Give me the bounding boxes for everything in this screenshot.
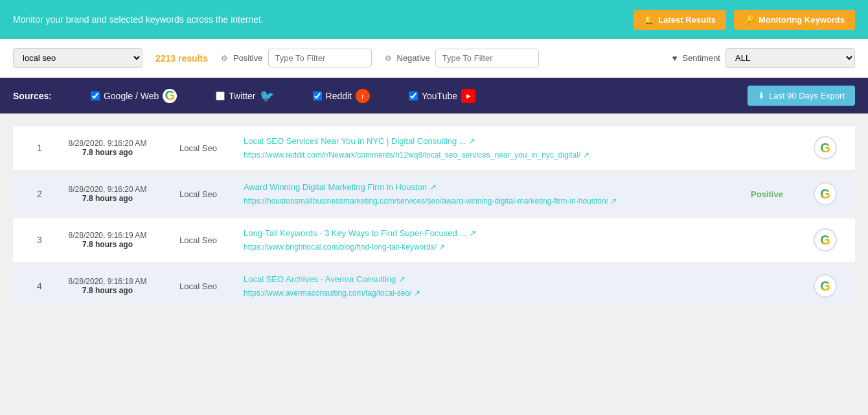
row-number: 4 <box>23 281 56 291</box>
row-sentiment: Positive <box>728 189 806 199</box>
google-source-icon: G <box>814 182 837 206</box>
source-reddit-label: Reddit <box>326 91 352 101</box>
google-icon: G <box>163 89 177 103</box>
row-source-icon: G <box>806 228 845 252</box>
positive-label: Positive <box>233 53 263 63</box>
row-content: Local SEO Services Near You in NYC | Dig… <box>237 136 728 161</box>
row-number: 3 <box>23 235 56 245</box>
negative-filter-group: ⚙ Negative <box>385 49 539 67</box>
reddit-icon: r <box>356 89 370 103</box>
source-twitter-checkbox[interactable] <box>216 91 225 101</box>
result-title-link[interactable]: Local SEO Services Near You in NYC | Dig… <box>244 136 722 147</box>
banner-text: Monitor your brand and selected keywords… <box>13 14 264 25</box>
result-url-link[interactable]: https://www.reddit.com/r/Newark/comments… <box>244 150 722 161</box>
sentiment-select[interactable]: ALL Positive Negative Neutral <box>725 48 855 68</box>
row-keyword: Local Seo <box>159 235 237 245</box>
results-container: 1 8/28/2020, 9:16:20 AM 7.8 hours ago Lo… <box>0 113 868 324</box>
google-source-icon: G <box>814 228 837 252</box>
sentiment-heart-icon: ♥ <box>672 53 678 63</box>
filter-icon-negative: ⚙ <box>385 54 392 63</box>
filter-icon-positive: ⚙ <box>221 54 228 63</box>
source-google-checkbox[interactable] <box>91 91 100 101</box>
sources-bar: Sources: Google / Web G Twitter 🐦 Reddit… <box>0 78 868 113</box>
row-content: Long-Tail Keywords - 3 Key Ways to Find … <box>237 228 728 253</box>
result-title-link[interactable]: Award Winning Digital Marketing Firm in … <box>244 182 722 193</box>
latest-results-button[interactable]: 🔔 Latest Results <box>634 10 726 30</box>
results-count: 2213 results <box>155 53 208 64</box>
source-reddit: Reddit r <box>313 89 370 103</box>
result-url-link[interactable]: https://www.avermaconsulting.com/tag/loc… <box>244 288 722 299</box>
negative-label: Negative <box>397 53 430 63</box>
row-time-ago: 7.8 hours ago <box>82 148 133 157</box>
row-date: 8/28/2020, 9:16:20 AM 7.8 hours ago <box>56 185 159 203</box>
banner-actions: 🔔 Latest Results 🔑 Monitoring Keywords <box>634 10 855 30</box>
row-keyword: Local Seo <box>159 189 237 199</box>
row-time-ago: 7.8 hours ago <box>82 286 133 295</box>
source-twitter: Twitter 🐦 <box>216 89 273 103</box>
source-youtube-label: YouTube <box>422 91 457 101</box>
result-title-link[interactable]: Long-Tail Keywords - 3 Key Ways to Find … <box>244 228 722 239</box>
result-url-link[interactable]: https://www.brightlocal.com/blog/find-lo… <box>244 242 722 253</box>
top-banner: Monitor your brand and selected keywords… <box>0 0 868 39</box>
row-date: 8/28/2020, 9:16:20 AM 7.8 hours ago <box>56 139 159 157</box>
positive-filter-input[interactable] <box>268 49 372 67</box>
source-google-label: Google / Web <box>104 91 159 101</box>
source-twitter-label: Twitter <box>229 91 255 101</box>
key-icon: 🔑 <box>744 15 755 25</box>
row-content: Local SEO Archives - Averma Consulting ↗… <box>237 274 728 299</box>
negative-filter-input[interactable] <box>435 49 539 67</box>
sentiment-label: Sentiment <box>682 53 720 63</box>
twitter-icon: 🐦 <box>260 89 274 103</box>
download-icon: ⬇ <box>758 91 765 101</box>
table-row: 4 8/28/2020, 9:16:18 AM 7.8 hours ago Lo… <box>13 265 855 308</box>
row-source-icon: G <box>806 274 845 298</box>
source-reddit-checkbox[interactable] <box>313 91 322 101</box>
row-number: 2 <box>23 189 56 199</box>
row-content: Award Winning Digital Marketing Firm in … <box>237 182 728 207</box>
row-date: 8/28/2020, 9:16:19 AM 7.8 hours ago <box>56 231 159 249</box>
row-keyword: Local Seo <box>159 143 237 153</box>
row-time-ago: 7.8 hours ago <box>82 240 133 249</box>
row-time-ago: 7.8 hours ago <box>82 194 133 203</box>
google-source-icon: G <box>814 274 837 298</box>
row-number: 1 <box>23 143 56 153</box>
export-button[interactable]: ⬇ Last 90 Days Export <box>748 86 855 106</box>
sources-label: Sources: <box>13 91 52 101</box>
table-row: 2 8/28/2020, 9:16:20 AM 7.8 hours ago Lo… <box>13 172 855 216</box>
bell-icon: 🔔 <box>644 15 654 25</box>
sentiment-group: ♥ Sentiment ALL Positive Negative Neutra… <box>672 48 855 68</box>
result-url-link[interactable]: https://houstonsmallbusinessmarketing.co… <box>244 196 722 207</box>
row-source-icon: G <box>806 182 845 206</box>
youtube-icon: ▶ <box>461 89 475 103</box>
google-source-icon: G <box>814 136 837 160</box>
source-youtube: YouTube ▶ <box>409 89 475 103</box>
filter-bar: local seo 2213 results ⚙ Positive ⚙ Nega… <box>0 39 868 78</box>
positive-filter-group: ⚙ Positive <box>221 49 372 67</box>
row-date: 8/28/2020, 9:16:18 AM 7.8 hours ago <box>56 277 159 295</box>
table-row: 3 8/28/2020, 9:16:19 AM 7.8 hours ago Lo… <box>13 219 855 262</box>
source-youtube-checkbox[interactable] <box>409 91 418 101</box>
table-row: 1 8/28/2020, 9:16:20 AM 7.8 hours ago Lo… <box>13 126 855 170</box>
monitoring-keywords-button[interactable]: 🔑 Monitoring Keywords <box>734 10 855 30</box>
keyword-select[interactable]: local seo <box>13 48 143 68</box>
result-title-link[interactable]: Local SEO Archives - Averma Consulting ↗ <box>244 274 722 285</box>
source-google: Google / Web G <box>91 89 177 103</box>
row-source-icon: G <box>806 136 845 160</box>
row-keyword: Local Seo <box>159 281 237 291</box>
